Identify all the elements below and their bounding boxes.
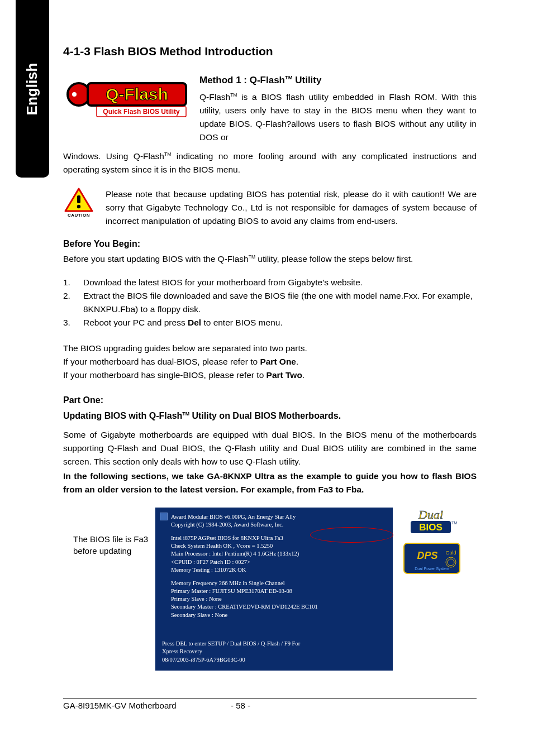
footer-page-number: - 58 - [231,701,477,710]
language-side-tab: English [16,0,49,178]
language-label: English [24,63,41,115]
caution-text: Please note that because updating BIOS h… [106,188,477,228]
svg-text:TM: TM [451,521,457,525]
bios-line: Secondary Master : CREATIVEDVD-RM DVD124… [171,603,386,611]
svg-point-1 [72,92,77,97]
bios-line: Memory Testing : 131072K OK [171,566,386,574]
bios-line: Primary Master : FUJITSU MPE3170AT ED-03… [171,587,386,595]
method1-heading: Method 1 : Q-FlashTM Utility [199,75,477,86]
method1-intro-p2: Windows. Using Q-FlashTM indicating no m… [63,150,477,176]
bios-screenshot: Award Modular BIOS v6.00PG, An Energy St… [155,508,393,671]
svg-text:Dual Power System: Dual Power System [415,567,449,571]
bios-line: <CPUID : 0F27 Patch ID : 0027> [171,558,386,566]
bios-line: Secondary Slave : None [171,611,386,619]
method1-intro-p1: Q-FlashTM is a BIOS flash utility embedd… [199,90,477,144]
list-item: 2. Extract the BIOS file downloaded and … [63,289,477,316]
bios-line: Main Processor : Intel Pentium(R) 4 1.6G… [171,550,386,558]
bios-line: Intel i875P AGPset BIOS for 8KNXP Ultra … [171,534,386,542]
bios-line: Copyright (C) 1984-2003, Award Software,… [171,521,386,529]
part-one-para: Some of Gigabyte motherboards are equipp… [63,428,477,468]
caution-label: CAUTION [68,213,90,218]
dual-bios-badge: Dual BIOS TM [403,508,459,537]
part-one-heading: Part One: [63,395,477,405]
update-heading: Updating BIOS with Q-FlashTM Utility on … [63,411,477,421]
svg-text:Gold: Gold [445,550,456,556]
bios-line: 08/07/2003-i875P-6A79BG03C-00 [162,656,386,664]
bios-line: Memory Frequency 266 MHz in Single Chann… [171,580,386,587]
caution-icon: CAUTION [63,188,94,228]
qflash-logo: Q-Flash Quick Flash BIOS Utility [63,75,192,125]
bios-caption: The BIOS file is Fa3 before updating [63,508,150,557]
list-item: 1. Download the latest BIOS for your mot… [63,276,477,289]
list-item: 3. Reboot your PC and press Del to enter… [63,316,477,329]
qflash-logo-text: Q-Flash [106,85,168,103]
page-content: 4-1-3 Flash BIOS Method Introduction Q-F… [63,45,477,671]
dps-gold-badge: DPS Gold Dual Power System [403,542,461,575]
footer-model: GA-8I915MK-GV Motherboard [63,701,231,710]
method1-block: Q-Flash Quick Flash BIOS Utility Method … [63,75,477,144]
qflash-logo-subtext: Quick Flash BIOS Utility [103,108,180,116]
guides-separated: The BIOS upgrading guides below are sepa… [63,342,477,382]
bios-figure-row: The BIOS file is Fa3 before updating Awa… [63,508,477,671]
bios-line: Award Modular BIOS v6.00PG, An Energy St… [171,513,386,521]
caution-block: CAUTION Please note that because updatin… [63,188,477,228]
section-title: 4-1-3 Flash BIOS Method Introduction [63,45,477,58]
bios-line: Xpress Recovery [162,648,386,655]
svg-rect-5 [77,195,80,203]
svg-text:DPS: DPS [417,550,437,561]
bios-line: Primary Slave : None [171,595,386,603]
bios-line: Check System Health OK , Vcore = 1.5250 [171,542,386,550]
svg-point-6 [77,205,80,208]
steps-list: 1. Download the latest BIOS for your mot… [63,276,477,329]
page-footer: GA-8I915MK-GV Motherboard - 58 - [63,698,477,710]
before-heading: Before You Begin: [63,239,477,249]
bios-logo-square [160,513,168,520]
svg-text:BIOS: BIOS [419,522,442,533]
part-one-bold-para: In the following sections, we take GA-8K… [63,470,477,496]
right-badges: Dual BIOS TM DPS Gold Dual Power System [398,508,461,575]
svg-text:Dual: Dual [418,508,443,521]
bios-line: Press DEL to enter SETUP / Dual BIOS / Q… [162,640,386,648]
before-intro: Before you start updating BIOS with the … [63,252,477,266]
